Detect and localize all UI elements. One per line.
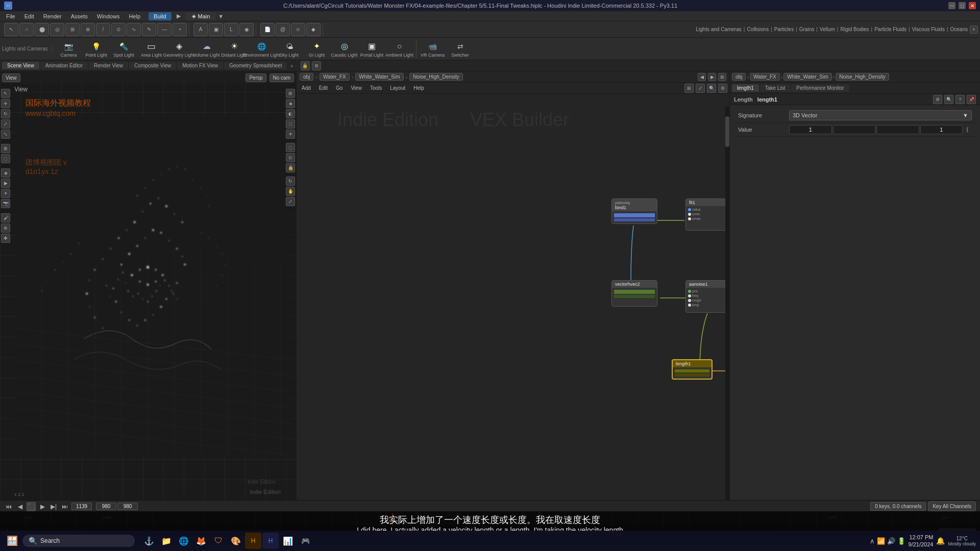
white-water-sim-breadcrumb[interactable]: White_Water_Sim	[355, 73, 403, 81]
taskbar-houdini3-btn[interactable]: H	[262, 533, 279, 549]
taskbar-firefox-btn[interactable]: 🦊	[193, 533, 209, 549]
rp-water-fx[interactable]: Water_FX	[750, 73, 780, 81]
node-vectorhvec2[interactable]: vectorhvec2	[611, 280, 657, 307]
menu-edit[interactable]: Edit	[20, 12, 38, 20]
vex-scrollbar[interactable]	[725, 106, 729, 500]
vex-canvas[interactable]: Indie Edition VEX Builder	[297, 94, 729, 500]
node-length1[interactable]: length1	[672, 359, 713, 380]
prop-search-btn[interactable]: 🔍	[944, 95, 953, 104]
viewport-label-toggle[interactable]: View	[2, 73, 20, 82]
tb-circle[interactable]: ⊙	[111, 23, 126, 36]
tab-motion-fx[interactable]: Motion FX View	[177, 62, 223, 69]
dolly-btn[interactable]: ⤢	[286, 197, 295, 206]
xray-tool[interactable]: ◌	[1, 154, 10, 163]
menu-help[interactable]: Help	[125, 12, 144, 20]
weather-widget[interactable]: 12°C Mostly cloudy	[948, 536, 976, 546]
taskbar-widgets-btn[interactable]: ⚓	[141, 533, 157, 549]
add-tab-button[interactable]: +	[288, 63, 295, 69]
tb-select[interactable]: ↖	[4, 23, 18, 36]
key-all-channels-btn[interactable]: Key All Channels	[928, 502, 976, 511]
rp-white-water[interactable]: White_Water_Sim	[783, 73, 831, 81]
gi-light-button[interactable]: ✦ GI Light	[304, 39, 330, 59]
point-light-button[interactable]: 💡 Point Light	[83, 39, 110, 59]
tb-metaball[interactable]: ◉	[239, 23, 254, 36]
perspective-dropdown[interactable]: Persp	[246, 73, 266, 82]
lock-view-btn[interactable]: 🔒	[301, 61, 310, 70]
menu-windows[interactable]: Windows	[93, 12, 124, 20]
tb-drawcurve[interactable]: ✎	[142, 23, 156, 36]
current-frame-input[interactable]: 1139	[71, 503, 92, 510]
vex-go-btn[interactable]: Go	[333, 84, 346, 92]
spot-light-button[interactable]: 🔦 Spot Light	[111, 39, 137, 59]
env-light-button[interactable]: 🌐 Environment Light	[249, 39, 275, 59]
taskbar-app-btn[interactable]: 🎮	[297, 533, 313, 549]
tl-play-btn[interactable]: ▶	[38, 502, 47, 511]
tl-next-btn[interactable]: ▶|	[49, 502, 58, 511]
ghost-btn[interactable]: ◌	[286, 143, 295, 152]
value-field-1[interactable]: 1	[789, 125, 832, 134]
vex-fit-btn[interactable]: ⤢	[696, 84, 705, 93]
tl-end-btn[interactable]: ⏭	[60, 502, 69, 511]
volume-light-button[interactable]: ☁ Volume Light	[193, 39, 220, 59]
rotate-tool[interactable]: ↻	[1, 109, 10, 118]
rp-noise[interactable]: Noise_High_Density	[836, 73, 889, 81]
vex-view-btn[interactable]: View	[348, 84, 365, 92]
vex-add-btn[interactable]: Add	[299, 84, 314, 92]
tb-quickshapes[interactable]: ◆	[306, 23, 321, 36]
handle-tool[interactable]: ✤	[1, 234, 10, 243]
tab-geo-spreadsheet[interactable]: Geometry Spreadsheet	[224, 62, 287, 69]
end-frame-input[interactable]: 980	[117, 503, 138, 510]
obj-breadcrumb[interactable]: obj	[300, 73, 313, 81]
move-tool[interactable]: ✛	[1, 99, 10, 108]
maximize-button[interactable]: □	[959, 2, 966, 9]
vex-layout-btn[interactable]: Layout	[387, 84, 408, 92]
menu-assets[interactable]: Assets	[67, 12, 92, 20]
camera-vp-tool[interactable]: 📷	[1, 199, 10, 208]
pose-tool[interactable]: ⊕	[1, 223, 10, 233]
vex-tools-btn[interactable]: Tools	[367, 84, 385, 92]
notification-btn[interactable]: 🔔	[936, 537, 945, 545]
switcher-button[interactable]: ⇄ Switcher	[447, 39, 474, 59]
taskbar-browser-btn[interactable]: 🌐	[176, 533, 192, 549]
taskbar-search[interactable]: 🔍 Search	[22, 535, 135, 547]
scrollbar-thumb[interactable]	[725, 116, 729, 147]
node-aanoise1[interactable]: aanoise1 pos freq rough	[685, 280, 729, 313]
area-light-button[interactable]: ▭ Area Light	[138, 39, 165, 59]
scale-tool[interactable]: ⤢	[1, 119, 10, 129]
taskbar-houdini-btn[interactable]: 🎨	[228, 533, 244, 549]
taskbar-explorer-btn[interactable]: 📁	[158, 533, 175, 549]
pan-btn[interactable]: ✋	[286, 187, 295, 196]
render-tool[interactable]: ▶	[1, 179, 10, 188]
tray-network[interactable]: 📶	[877, 537, 885, 545]
tb-grid[interactable]: ⊞	[65, 23, 80, 36]
tab-animation-editor[interactable]: Animation Editor	[40, 62, 88, 69]
tab-length1[interactable]: length1	[732, 84, 759, 92]
tb-torus[interactable]: ◎	[50, 23, 64, 36]
breadcrumb-back[interactable]: ◀	[698, 73, 706, 81]
tb-spiral[interactable]: @	[276, 23, 290, 36]
snap-tool[interactable]: ⊞	[1, 144, 10, 153]
windows-start-btn[interactable]: 🪟	[4, 533, 20, 549]
rp-obj-breadcrumb[interactable]: obj	[732, 73, 746, 81]
prop-gear-btn[interactable]: ⚙	[933, 95, 942, 104]
display-tool[interactable]: ◈	[1, 168, 10, 178]
prop-help-btn[interactable]: ?	[955, 95, 965, 104]
node-fit1[interactable]: fit1 value omin omax	[685, 198, 729, 231]
detail-btn[interactable]: ⊙	[286, 153, 295, 162]
tumble-btn[interactable]: ↻	[286, 177, 295, 186]
transform-tool[interactable]: ⤡	[1, 130, 10, 139]
menu-render[interactable]: Render	[39, 12, 66, 20]
value-field-2[interactable]	[833, 125, 876, 134]
tb-font[interactable]: A	[193, 23, 208, 36]
main-button[interactable]: ◈ Main	[186, 12, 216, 20]
breadcrumb-menu[interactable]: ⊞	[718, 73, 726, 81]
vex-edit-btn[interactable]: Edit	[316, 84, 331, 92]
display-btn[interactable]: ◈	[286, 99, 295, 108]
tl-stop-btn[interactable]: ⬛	[27, 502, 36, 511]
build-button[interactable]: Build	[149, 12, 171, 20]
vrcamera-button[interactable]: 📹 VR Camera	[420, 39, 446, 59]
value-field-3[interactable]	[876, 125, 919, 134]
minimize-button[interactable]: ─	[948, 2, 955, 9]
taskbar-files-btn[interactable]: 📊	[280, 533, 296, 549]
paint-tool[interactable]: 🖌	[1, 213, 10, 222]
